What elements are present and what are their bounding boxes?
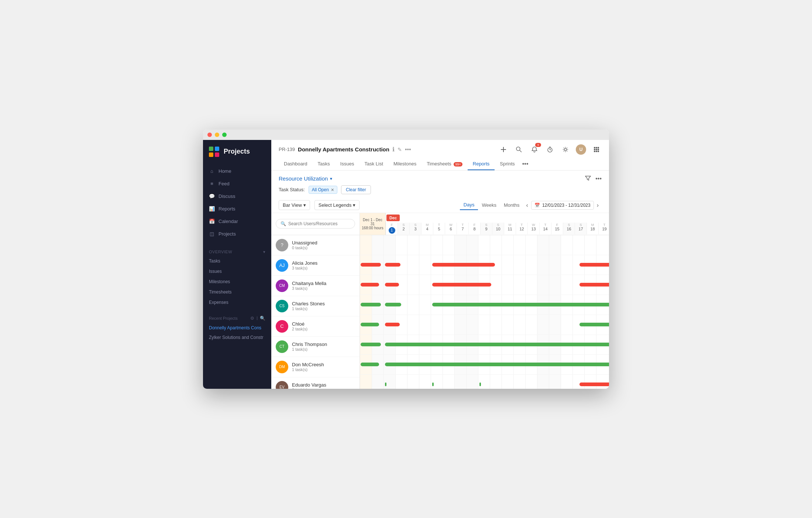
sidebar-item-feed[interactable]: ≡ Feed [203, 178, 271, 190]
search-button[interactable] [514, 144, 524, 155]
gantt-bar[interactable] [361, 303, 381, 306]
project-item-zylker[interactable]: Zylker Solutions and Constr [203, 333, 271, 342]
tab-dashboard[interactable]: Dashboard [279, 158, 313, 170]
filter-tag-close[interactable]: × [331, 187, 334, 192]
gantt-bar[interactable] [385, 303, 401, 306]
gantt-bar[interactable] [385, 263, 400, 267]
minimize-button[interactable] [215, 133, 219, 137]
tab-tasks[interactable]: Tasks [313, 158, 335, 170]
sidebar-item-milestones[interactable]: Milestones [203, 277, 271, 287]
bar-view-select[interactable]: Bar View ▾ [279, 200, 310, 210]
resource-info-charles: Charles Stones 1 task(s) [292, 301, 355, 311]
filter-icon-button[interactable] [585, 175, 591, 182]
resource-row-unassigned[interactable]: ? Unassigned 0 task(s) [271, 235, 359, 255]
tab-timesheets[interactable]: Timesheets 99+ [422, 158, 468, 170]
project-item-donnelly[interactable]: Donnelly Apartments Cons [203, 323, 271, 333]
resource-row-chaitanya[interactable]: CM Chaitanya Mella 3 task(s) [271, 276, 359, 296]
gantt-bar[interactable] [361, 343, 381, 346]
resource-tasks-charles: 1 task(s) [292, 306, 355, 311]
add-button[interactable] [498, 144, 509, 155]
time-view-weeks[interactable]: Weeks [478, 200, 500, 210]
chart-area: 🔍 ? Unassigned 0 task(s) [271, 213, 609, 389]
avatar-chris: CT [276, 340, 288, 353]
resource-row-eduardo[interactable]: EV Eduardo Vargas 2 task(s) [271, 377, 359, 389]
sidebar-item-issues[interactable]: Issues [203, 266, 271, 277]
timer-button[interactable] [545, 144, 555, 155]
report-title-dropdown[interactable]: Resource Utilization ▾ [279, 175, 332, 182]
gantt-bar[interactable] [361, 263, 381, 267]
sidebar-item-timesheets[interactable]: Timesheets [203, 287, 271, 297]
time-view-months[interactable]: Months [500, 200, 523, 210]
info-icon[interactable]: ℹ [392, 146, 395, 153]
prev-period-button[interactable]: ‹ [523, 200, 531, 210]
gantt-bar[interactable] [432, 303, 609, 306]
next-period-button[interactable]: › [594, 200, 602, 210]
gantt-bar[interactable] [385, 363, 599, 366]
settings-button[interactable] [560, 144, 571, 155]
tab-task-list[interactable]: Task List [359, 158, 388, 170]
sidebar-item-expenses[interactable]: Expenses [203, 297, 271, 308]
legend-select[interactable]: Select Legends ▾ [314, 200, 360, 210]
close-button[interactable] [207, 133, 212, 137]
topbar-icons: 9 U [498, 144, 602, 155]
search-resources-container: 🔍 [276, 219, 355, 229]
gantt-bar[interactable] [361, 323, 379, 326]
apps-button[interactable] [591, 144, 602, 155]
sidebar-item-reports[interactable]: 📊 Reports [203, 203, 271, 215]
tab-issues[interactable]: Issues [335, 158, 359, 170]
resource-row-chloe[interactable]: C Chloé 2 task(s) [271, 316, 359, 337]
gantt-bar[interactable] [385, 323, 400, 326]
nav-more-button[interactable]: ••• [520, 158, 531, 170]
sidebar-logo[interactable]: Projects [203, 140, 271, 164]
day-col-16: S16 [563, 223, 575, 234]
resource-tasks-don: 1 task(s) [292, 367, 355, 372]
tab-sprints[interactable]: Sprints [495, 158, 520, 170]
resource-row-charles[interactable]: CS Charles Stones 1 task(s) [271, 296, 359, 316]
recent-projects-settings[interactable]: ⚙ [250, 316, 254, 321]
gantt-bar[interactable] [361, 363, 379, 366]
gantt-bar[interactable] [579, 263, 609, 267]
tab-reports[interactable]: Reports [468, 158, 495, 170]
sidebar-item-calendar[interactable]: 📅 Calendar [203, 215, 271, 228]
tab-milestones[interactable]: Milestones [388, 158, 422, 170]
gantt-bar[interactable] [479, 383, 481, 386]
resource-search-header: 🔍 [271, 213, 359, 235]
resource-tasks-eduardo: 2 task(s) [292, 388, 355, 389]
sidebar-item-tasks[interactable]: Tasks [203, 256, 271, 266]
time-view-days[interactable]: Days [460, 200, 478, 210]
resource-row-don[interactable]: DM Don McCreesh 1 task(s) [271, 357, 359, 377]
svg-rect-19 [594, 151, 595, 152]
notifications-button[interactable]: 9 [529, 144, 540, 155]
resource-row-chris[interactable]: CT Chris Thompson 1 task(s) [271, 337, 359, 357]
gantt-bar[interactable] [385, 343, 599, 346]
gantt-bar[interactable] [579, 383, 609, 386]
more-icon[interactable]: ••• [405, 146, 411, 153]
gantt-bar[interactable] [385, 383, 386, 386]
user-avatar[interactable]: U [576, 144, 586, 155]
sidebar-item-discuss[interactable]: 💬 Discuss [203, 190, 271, 203]
gantt-bar[interactable] [361, 283, 379, 287]
edit-icon[interactable]: ✎ [398, 147, 402, 152]
resource-row-alicia[interactable]: AJ Alicia Jones 3 task(s) [271, 255, 359, 276]
gantt-bar[interactable] [579, 343, 609, 346]
report-more-button[interactable]: ••• [595, 175, 602, 182]
overview-collapse[interactable]: ▾ [263, 250, 266, 254]
gantt-bar[interactable] [579, 363, 609, 366]
maximize-button[interactable] [222, 133, 227, 137]
search-resources-input[interactable] [288, 221, 350, 226]
gantt-bar[interactable] [432, 263, 495, 267]
gantt-bar[interactable] [579, 283, 609, 287]
recent-projects-search[interactable]: 🔍 [260, 316, 265, 321]
clear-filter-button[interactable]: Clear filter [341, 185, 371, 194]
sidebar-item-projects[interactable]: ◫ Projects [203, 228, 271, 240]
gantt-bar[interactable] [579, 323, 609, 326]
filter-tag-value: All Open [312, 187, 329, 192]
gantt-bar[interactable] [385, 283, 399, 287]
avatar-unassigned: ? [276, 239, 288, 251]
svg-rect-1 [215, 147, 219, 151]
topbar: PR-139 Donnelly Apartments Construction … [271, 140, 609, 171]
gantt-bar[interactable] [432, 283, 491, 287]
sidebar-item-home[interactable]: ⌂ Home [203, 165, 271, 178]
gantt-bar[interactable] [432, 383, 434, 386]
date-range[interactable]: 📅 12/01/2023 - 12/31/2023 [531, 201, 594, 210]
